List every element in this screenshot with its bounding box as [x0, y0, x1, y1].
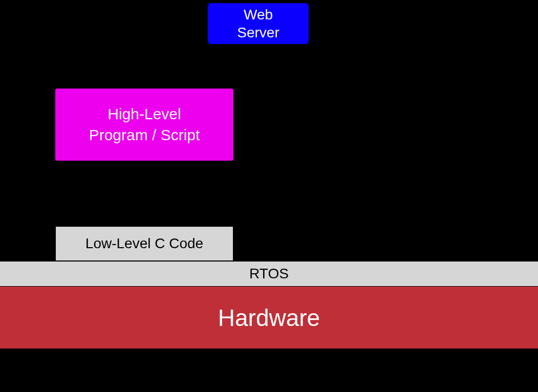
- high-level-label-line2: Program / Script: [89, 126, 200, 143]
- high-level-block: High-Level Program / Script: [55, 89, 233, 161]
- hardware-block: Hardware: [0, 287, 538, 349]
- web-server-block: Web Server: [208, 3, 309, 44]
- high-level-label-line1: High-Level: [107, 105, 181, 122]
- low-level-c-block: Low-Level C Code: [55, 226, 233, 261]
- rtos-block: RTOS: [0, 261, 538, 287]
- hardware-label: Hardware: [218, 304, 320, 332]
- rtos-label: RTOS: [249, 266, 289, 282]
- low-level-c-label: Low-Level C Code: [85, 235, 203, 252]
- web-server-label-line1: Web: [244, 7, 273, 23]
- web-server-label-line2: Server: [237, 25, 279, 40]
